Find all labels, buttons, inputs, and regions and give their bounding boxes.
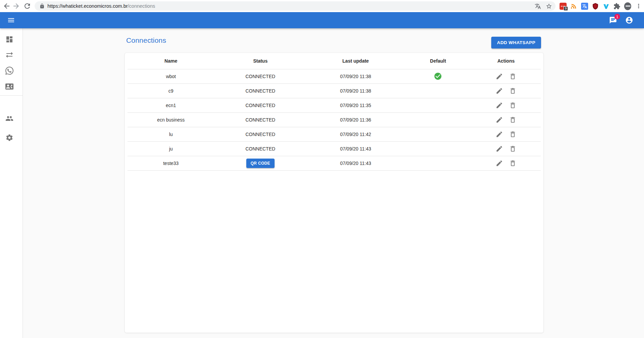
trash-icon: [509, 73, 516, 80]
delete-button[interactable]: [508, 158, 518, 168]
ublock-shield-icon[interactable]: [592, 3, 599, 10]
cell-status: CONNECTED: [214, 69, 307, 83]
sidebar-item-dashboard[interactable]: [5, 35, 13, 43]
cell-default: [405, 98, 471, 112]
delete-button[interactable]: [508, 115, 518, 125]
edit-pencil-icon: [496, 87, 503, 95]
sidebar-item-connections[interactable]: [5, 51, 13, 59]
cell-name: c9: [128, 83, 214, 98]
table-row: teste33 QR CODE 07/09/20 11:43: [128, 156, 541, 170]
add-whatsapp-button[interactable]: ADD WHATSAPP: [491, 37, 541, 48]
menu-icon[interactable]: [7, 16, 15, 24]
address-bar[interactable]: https://whaticket.economicros.com.br/con…: [35, 1, 556, 11]
edit-button[interactable]: [494, 86, 504, 96]
table-row: ecn1 CONNECTED 07/09/20 11:35: [128, 98, 541, 112]
cell-name: wbot: [128, 69, 214, 83]
cell-name: ecn1: [128, 98, 214, 112]
header-name: Name: [128, 53, 214, 69]
cell-actions: [471, 83, 541, 98]
cell-last-update: 07/09/20 11:38: [307, 83, 405, 98]
translate-page-icon[interactable]: [535, 3, 541, 9]
account-circle-icon[interactable]: [625, 16, 633, 24]
red-dots-extension-icon[interactable]: 3: [560, 3, 567, 10]
swap-arrows-icon: [5, 51, 13, 59]
sidebar-item-settings[interactable]: [5, 134, 13, 142]
edit-button[interactable]: [494, 71, 504, 81]
cell-status: CONNECTED: [214, 127, 307, 141]
url-origin: https://whaticket.economicros.com.br: [47, 3, 128, 9]
delete-button[interactable]: [508, 86, 518, 96]
cell-name: lu: [128, 127, 214, 141]
delete-button[interactable]: [508, 129, 518, 139]
edit-button[interactable]: [494, 115, 504, 125]
contact-phone-icon: [5, 82, 13, 91]
lock-icon[interactable]: [39, 3, 45, 9]
cell-status: CONNECTED: [214, 83, 307, 98]
trash-icon: [509, 131, 516, 138]
connections-table: Name Status Last update Default Actions …: [128, 53, 541, 171]
sidebar-item-tickets[interactable]: [5, 67, 13, 75]
browser-reload-icon[interactable]: [23, 2, 31, 10]
sidebar-item-contacts[interactable]: [5, 82, 13, 91]
trash-icon: [509, 116, 516, 124]
rss-icon[interactable]: [570, 3, 577, 10]
delete-button[interactable]: [508, 100, 518, 110]
chat-icon[interactable]: 1: [609, 16, 617, 24]
kebab-menu-icon[interactable]: [635, 3, 642, 10]
cell-actions: [471, 141, 541, 156]
cell-default: [405, 83, 471, 98]
cell-actions: [471, 98, 541, 112]
sidebar: [0, 28, 23, 338]
app-bar: 1: [0, 12, 644, 28]
browser-back-icon[interactable]: [3, 2, 11, 10]
cell-actions: [471, 156, 541, 170]
trash-icon: [509, 160, 516, 167]
profile-avatar[interactable]: [624, 3, 631, 10]
qr-code-button[interactable]: QR CODE: [246, 159, 275, 168]
cell-default: [405, 127, 471, 141]
cell-last-update: 07/09/20 11:38: [307, 69, 405, 83]
edit-button[interactable]: [494, 144, 504, 154]
edit-button[interactable]: [494, 100, 504, 110]
table-row: wbot CONNECTED 07/09/20 11:38: [128, 69, 541, 83]
header-actions: Actions: [471, 53, 541, 69]
dashboard-icon: [5, 35, 13, 43]
bookmark-star-icon[interactable]: [546, 3, 552, 9]
url-text: https://whaticket.economicros.com.br/con…: [47, 3, 155, 9]
vimeo-icon[interactable]: [603, 3, 610, 10]
sidebar-item-users[interactable]: [5, 114, 13, 123]
cell-name: ju: [128, 141, 214, 156]
edit-button[interactable]: [494, 129, 504, 139]
puzzle-extensions-icon[interactable]: [613, 3, 620, 10]
people-icon: [5, 114, 13, 123]
trash-icon: [509, 102, 516, 109]
delete-button[interactable]: [508, 71, 518, 81]
edit-pencil-icon: [496, 131, 503, 138]
delete-button[interactable]: [508, 144, 518, 154]
url-path: /connections: [128, 3, 155, 9]
cell-status: CONNECTED: [214, 112, 307, 127]
cell-last-update: 07/09/20 11:43: [307, 141, 405, 156]
browser-forward-icon[interactable]: [12, 2, 20, 10]
header-default: Default: [405, 53, 471, 69]
notification-badge: 1: [614, 14, 620, 20]
cell-last-update: 07/09/20 11:36: [307, 112, 405, 127]
cell-default: [405, 112, 471, 127]
edit-button[interactable]: [494, 158, 504, 168]
default-check-icon: [434, 72, 442, 80]
trash-icon: [509, 145, 516, 153]
extension-badge: 3: [564, 6, 568, 11]
cell-last-update: 07/09/20 11:42: [307, 127, 405, 141]
trash-icon: [509, 87, 516, 95]
sidebar-divider: [0, 95, 23, 96]
table-row: lu CONNECTED 07/09/20 11:42: [128, 127, 541, 141]
cell-status: CONNECTED: [214, 141, 307, 156]
header-status: Status: [214, 53, 307, 69]
edit-pencil-icon: [496, 116, 503, 124]
table-header-row: Name Status Last update Default Actions: [128, 53, 541, 69]
cell-last-update: 07/09/20 11:35: [307, 98, 405, 112]
browser-toolbar: https://whaticket.economicros.com.br/con…: [0, 0, 644, 12]
translate-extension-icon[interactable]: [581, 3, 588, 10]
table-row: ju CONNECTED 07/09/20 11:43: [128, 141, 541, 156]
edit-pencil-icon: [496, 160, 503, 167]
